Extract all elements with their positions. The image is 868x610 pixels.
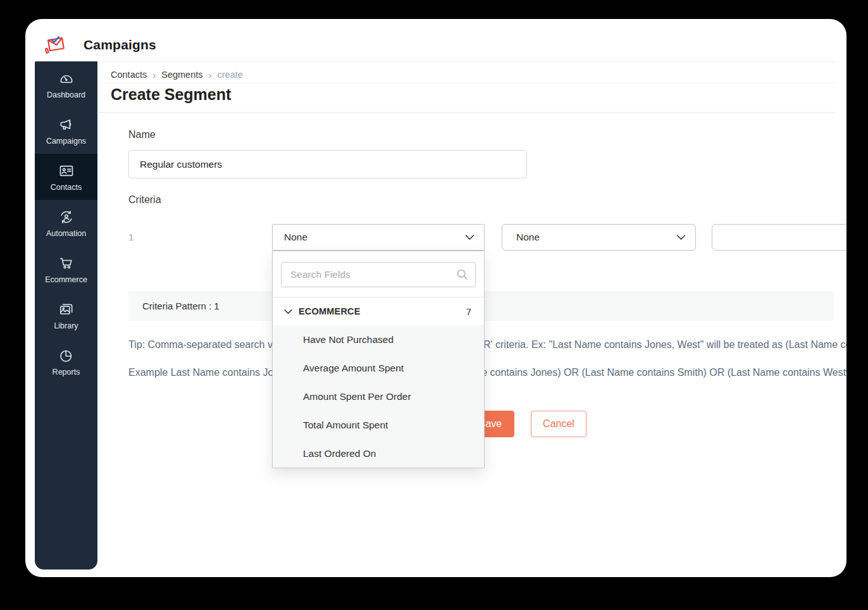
criteria-field-select-value: None	[284, 232, 307, 243]
sidebar-item-label: Campaigns	[46, 137, 86, 146]
sidebar-item-contacts[interactable]: Contacts	[35, 154, 97, 200]
title-divider	[97, 112, 835, 113]
breadcrumb-contacts[interactable]: Contacts	[111, 70, 147, 80]
sidebar-item-label: Library	[54, 321, 78, 330]
pie-chart-icon	[58, 347, 75, 364]
name-label: Name	[128, 129, 156, 140]
sidebar-item-label: Reports	[53, 368, 80, 377]
app-window: Campaigns Dashboard Campaigns	[25, 19, 846, 577]
sidebar-item-label: Automation	[46, 229, 86, 238]
chevron-down-icon	[464, 234, 475, 240]
dashboard-gauge-icon	[58, 70, 75, 87]
breadcrumb-separator-icon: ›	[152, 70, 156, 80]
dropdown-item-list: Have Not Purchased Average Amount Spent …	[273, 325, 484, 468]
header-divider	[97, 61, 835, 62]
dropdown-group-count: 7	[466, 306, 471, 317]
criteria-row-number: 1	[128, 232, 133, 242]
breadcrumb-separator-icon: ›	[209, 70, 212, 80]
dropdown-item-last-ordered-on[interactable]: Last Ordered On	[273, 439, 484, 468]
sidebar: Dashboard Campaigns Contacts	[35, 61, 97, 570]
sidebar-item-label: Ecommerce	[45, 275, 87, 284]
criteria-pattern-label: Criteria Pattern : 1	[142, 301, 220, 311]
page-title: Create Segment	[111, 85, 231, 104]
photo-library-icon	[58, 301, 75, 318]
search-icon	[456, 268, 469, 281]
sidebar-item-automation[interactable]: Automation	[35, 200, 97, 246]
sidebar-item-dashboard[interactable]: Dashboard	[35, 61, 97, 108]
app-title: Campaigns	[84, 37, 156, 53]
dropdown-item-total-amount-spent[interactable]: Total Amount Spent	[273, 411, 484, 439]
dropdown-item-amount-spent-per-order[interactable]: Amount Spent Per Order	[273, 382, 484, 411]
criteria-label: Criteria	[128, 194, 161, 206]
breadcrumb-divider	[97, 83, 835, 84]
dropdown-group-header[interactable]: ECOMMERCE 7	[273, 297, 484, 325]
field-search-container	[281, 262, 476, 287]
breadcrumb: Contacts › Segments › create	[111, 68, 243, 82]
field-search-input[interactable]	[281, 262, 476, 287]
chevron-down-icon	[676, 234, 686, 240]
screenshot-root: { "window": { "app_title": "Campaigns" }…	[0, 0, 868, 610]
field-dropdown-panel: ECOMMERCE 7 Have Not Purchased Average A…	[272, 251, 485, 468]
sidebar-item-reports[interactable]: Reports	[35, 339, 97, 385]
criteria-operator-select[interactable]: None	[502, 224, 696, 251]
dropdown-item-have-not-purchased[interactable]: Have Not Purchased	[273, 325, 484, 354]
tip-text-line2: Example Last Name contains Jones, Smith,…	[128, 367, 846, 378]
dropdown-group-label: ECOMMERCE	[299, 306, 361, 316]
tip-text-line1: Tip: Comma-separated search values enter…	[128, 339, 846, 351]
sidebar-item-campaigns[interactable]: Campaigns	[35, 108, 97, 154]
breadcrumb-create: create	[218, 70, 243, 80]
sidebar-item-library[interactable]: Library	[35, 292, 97, 339]
megaphone-icon	[58, 116, 75, 133]
sidebar-item-label: Dashboard	[47, 90, 85, 99]
criteria-operator-select-value: None	[516, 232, 540, 243]
criteria-value-input[interactable]	[712, 224, 846, 251]
dropdown-item-average-amount-spent[interactable]: Average Amount Spent	[273, 354, 484, 382]
sidebar-item-label: Contacts	[51, 183, 82, 192]
sidebar-item-ecommerce[interactable]: Ecommerce	[35, 246, 97, 292]
automation-sync-person-icon	[58, 209, 75, 225]
chevron-down-icon	[283, 309, 293, 314]
campaigns-logo-icon	[43, 33, 67, 57]
contact-card-icon	[58, 163, 75, 179]
segment-name-input[interactable]	[128, 150, 527, 178]
cancel-button[interactable]: Cancel	[531, 411, 586, 437]
criteria-field-select[interactable]: None	[272, 224, 485, 251]
shopping-cart-icon	[58, 255, 75, 271]
breadcrumb-segments[interactable]: Segments	[161, 70, 202, 80]
